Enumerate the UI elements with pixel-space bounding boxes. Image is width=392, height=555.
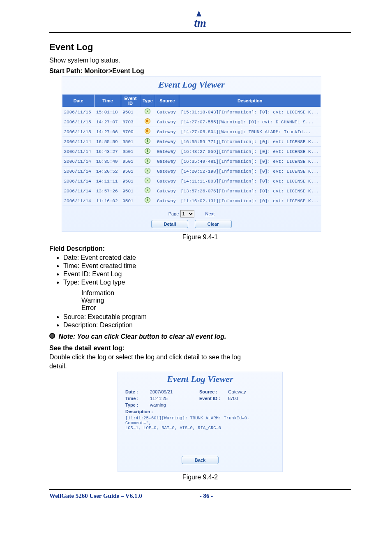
value-time: 11:41:25 xyxy=(150,396,199,401)
back-button[interactable]: Back xyxy=(182,456,219,464)
col-time[interactable]: Time xyxy=(95,95,121,107)
warning-icon xyxy=(145,128,150,134)
clear-button[interactable]: Clear xyxy=(195,220,232,228)
section-heading: Event Log xyxy=(49,42,351,53)
warning-icon xyxy=(145,118,150,124)
figure1-caption: Figure 9.4-1 xyxy=(49,234,351,241)
label-type: Type : xyxy=(125,402,150,407)
col-source[interactable]: Source xyxy=(155,95,179,107)
note-line: Note: You can click Clear button to clea… xyxy=(49,333,351,340)
list-item: Time: Event created time xyxy=(63,262,351,270)
header-divider xyxy=(49,32,351,33)
viewer-title: Event Log Viewer xyxy=(118,372,282,388)
table-row[interactable]: 2006/11/1413:57:269501Gateway[13:57:26-0… xyxy=(62,186,321,196)
info-icon xyxy=(145,148,150,154)
table-row[interactable]: 2006/11/1416:43:279501Gateway[16:43:27-0… xyxy=(62,147,321,157)
list-item: Source: Executable program xyxy=(63,313,351,321)
info-icon xyxy=(145,138,150,144)
field-description-heading: Field Description: xyxy=(49,245,351,252)
info-icon xyxy=(145,158,150,164)
detail-heading: See the detail event log: xyxy=(49,345,351,352)
col-type[interactable]: Type xyxy=(140,95,155,107)
header-logo: tm xyxy=(49,16,351,30)
logo-text: tm xyxy=(194,16,206,29)
info-icon xyxy=(145,178,150,183)
list-item: Description: Description xyxy=(63,321,351,329)
col-description[interactable]: Description xyxy=(179,95,321,107)
label-description: Description : xyxy=(125,409,275,414)
info-icon xyxy=(145,187,150,193)
detail-body1: Double click the log or select the log a… xyxy=(49,354,351,361)
pager-label: Page xyxy=(168,211,179,216)
intro-text: Show system log status. xyxy=(49,57,351,64)
field-list: Date: Event created date Time: Event cre… xyxy=(63,254,351,286)
table-row[interactable]: 2006/11/1411:16:029501Gateway[11:16:02-1… xyxy=(62,196,321,206)
col-date[interactable]: Date xyxy=(62,95,95,107)
info-icon xyxy=(145,168,150,173)
info-icon xyxy=(145,197,150,203)
value-type: warning xyxy=(150,402,199,407)
figure2-caption: Figure 9.4-2 xyxy=(49,474,351,481)
note-text: Note: You can click Clear button to clea… xyxy=(58,333,226,340)
viewer-title: Event Log Viewer xyxy=(62,77,321,94)
label-date: Date : xyxy=(125,389,150,394)
type-sub-info: Information xyxy=(81,289,351,297)
footer-title: WellGate 5260 User Guide – V6.1.0 xyxy=(49,493,142,500)
list-item: Event ID: Event Log xyxy=(63,271,351,278)
value-description: [11:41:25-601][Warning]: TRUNK ALARM: Tr… xyxy=(125,416,275,453)
page-select[interactable]: 1 xyxy=(180,210,194,217)
log-table: Date Time Event ID Type Source Descripti… xyxy=(62,94,321,206)
label-source: Source : xyxy=(199,389,228,394)
value-source: Gateway xyxy=(228,389,275,394)
next-link[interactable]: Next xyxy=(205,211,215,216)
table-row[interactable]: 2006/11/1416:55:599501Gateway[16:55:59-7… xyxy=(62,137,321,147)
event-log-detail-viewer: Event Log Viewer Date : 2007/09/21 Sourc… xyxy=(118,372,283,472)
label-time: Time : xyxy=(125,396,150,401)
table-row[interactable]: 2006/11/1514:27:078703Gateway[14:27:07-5… xyxy=(62,117,321,127)
value-date: 2007/09/21 xyxy=(150,389,199,394)
type-sub-error: Error xyxy=(81,304,351,312)
detail-body2: detail. xyxy=(49,363,351,370)
table-row[interactable]: 2006/11/1416:35:499501Gateway[16:35:49-4… xyxy=(62,157,321,166)
table-row[interactable]: 2006/11/1414:11:119501Gateway[14:11:11-8… xyxy=(62,176,321,186)
field-list: Source: Executable program Description: … xyxy=(63,313,351,329)
type-sub-warn: Warring xyxy=(81,297,351,304)
table-row[interactable]: 2006/11/1515:01:189501Gateway[15:01:18-0… xyxy=(62,107,321,117)
list-item: Type: Event Log type xyxy=(63,279,351,286)
start-path: Start Path: Monitor>Event Log xyxy=(49,67,351,75)
footer-divider xyxy=(49,489,351,490)
col-eventid[interactable]: Event ID xyxy=(121,95,140,107)
label-eventid: Event ID : xyxy=(199,396,228,401)
note-bullet-icon xyxy=(49,333,55,339)
detail-button[interactable]: Detail xyxy=(151,220,188,228)
pager: Page 1 Next xyxy=(62,206,321,219)
info-icon xyxy=(145,109,150,114)
list-item: Date: Event created date xyxy=(63,254,351,261)
event-log-viewer: Event Log Viewer Date Time Event ID Type… xyxy=(62,76,321,232)
footer-page: - 86 - xyxy=(200,493,213,500)
table-row[interactable]: 2006/11/1414:20:529501Gateway[14:20:52-1… xyxy=(62,166,321,176)
value-eventid: 8700 xyxy=(228,396,275,401)
logo-arrow-icon xyxy=(196,11,201,16)
table-row[interactable]: 2006/11/1514:27:068700Gateway[14:27:06-8… xyxy=(62,127,321,137)
